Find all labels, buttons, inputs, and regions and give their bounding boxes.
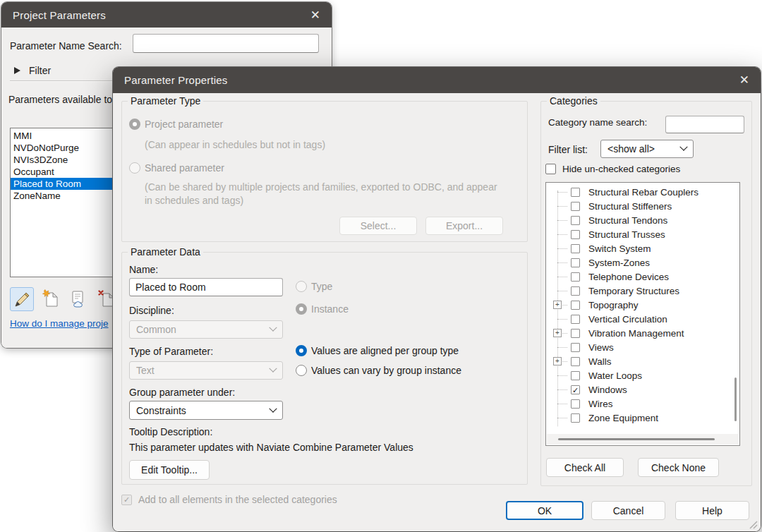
category-tree-item[interactable]: Structural Stiffeners bbox=[548, 199, 730, 213]
category-label: Wires bbox=[588, 399, 613, 409]
parameter-data-legend: Parameter Data bbox=[128, 246, 203, 258]
edit-parameter-button[interactable] bbox=[10, 287, 34, 311]
tree-connector: + bbox=[548, 326, 571, 340]
category-tree-item[interactable]: +Topography bbox=[548, 298, 730, 312]
hide-unchecked-label: Hide un-checked categories bbox=[562, 164, 680, 174]
expand-plus-icon[interactable]: + bbox=[553, 357, 562, 365]
cancel-button[interactable]: Cancel bbox=[591, 501, 665, 520]
category-checkbox[interactable] bbox=[571, 413, 580, 423]
category-checkbox[interactable] bbox=[571, 244, 580, 253]
horizontal-scrollbar[interactable] bbox=[547, 434, 739, 445]
category-checkbox[interactable] bbox=[571, 315, 580, 324]
project-parameters-titlebar[interactable]: Project Parameters ✕ bbox=[1, 2, 332, 28]
filter-expander[interactable]: Filter bbox=[14, 65, 51, 76]
discipline-value: Common bbox=[136, 324, 176, 335]
help-button[interactable]: Help bbox=[675, 501, 749, 520]
category-checkbox[interactable] bbox=[571, 272, 580, 282]
category-tree-item[interactable]: Structural Tendons bbox=[548, 213, 730, 227]
category-checkbox[interactable] bbox=[571, 371, 580, 380]
edit-tooltip-button[interactable]: Edit Tooltip... bbox=[129, 460, 210, 480]
category-tree-item[interactable]: Water Loops bbox=[548, 368, 730, 382]
tree-connector bbox=[548, 270, 571, 284]
categories-legend: Categories bbox=[547, 95, 600, 107]
manage-parameters-help-link[interactable]: How do I manage proje bbox=[10, 318, 109, 329]
category-tree-item[interactable]: Telephone Devices bbox=[548, 270, 730, 284]
check-all-button[interactable]: Check All bbox=[546, 458, 624, 477]
add-to-all-elements-label: Add to all elements in the selected cate… bbox=[138, 494, 337, 505]
category-checkbox[interactable] bbox=[571, 258, 580, 267]
category-label: Vertical Circulation bbox=[588, 314, 667, 325]
category-name-search-label: Category name search: bbox=[548, 117, 647, 128]
parameter-properties-titlebar[interactable]: Parameter Properties ✕ bbox=[113, 67, 761, 93]
filter-list-select[interactable]: <show all> bbox=[600, 140, 694, 158]
category-label: System-Zones bbox=[588, 258, 650, 268]
category-tree-item[interactable]: Vertical Circulation bbox=[548, 312, 730, 326]
expand-plus-icon[interactable]: + bbox=[553, 301, 562, 309]
category-tree-item[interactable]: Structural Rebar Couplers bbox=[548, 185, 730, 199]
new-document-star-icon bbox=[40, 289, 60, 309]
hide-unchecked-checkbox[interactable] bbox=[545, 164, 556, 174]
expand-plus-icon[interactable]: + bbox=[553, 329, 562, 337]
category-checkbox[interactable] bbox=[571, 301, 580, 310]
close-icon[interactable]: ✕ bbox=[310, 9, 320, 21]
project-parameter-radio bbox=[129, 119, 140, 130]
category-checkbox[interactable] bbox=[571, 188, 580, 197]
new-parameter-button[interactable] bbox=[38, 287, 62, 311]
tree-connector bbox=[548, 368, 571, 382]
tree-connector bbox=[548, 227, 571, 241]
category-tree-item[interactable]: ✓Windows bbox=[548, 382, 730, 397]
hide-unchecked-row: Hide un-checked categories bbox=[545, 164, 680, 174]
category-checkbox[interactable] bbox=[571, 329, 580, 338]
category-checkbox[interactable] bbox=[571, 230, 580, 239]
category-tree-item[interactable]: Switch System bbox=[548, 241, 730, 255]
type-radio-label: Type bbox=[311, 281, 332, 292]
tree-connector bbox=[548, 185, 571, 199]
category-checkbox[interactable] bbox=[571, 343, 580, 352]
category-tree-item[interactable]: System-Zones bbox=[548, 255, 730, 270]
discipline-select: Common bbox=[129, 320, 283, 339]
add-to-all-elements-row: ✓ Add to all elements in the selected ca… bbox=[121, 494, 337, 505]
category-tree-item[interactable]: Zone Equipment bbox=[548, 411, 730, 425]
category-label: Temporary Structures bbox=[588, 286, 679, 296]
shared-parameter-radio bbox=[129, 162, 140, 174]
category-tree-item[interactable]: Temporary Structures bbox=[548, 284, 730, 298]
category-label: Vibration Management bbox=[588, 328, 684, 339]
values-vary-radio[interactable] bbox=[296, 365, 307, 376]
category-label: Structural Tendons bbox=[588, 215, 667, 226]
group-parameter-under-select[interactable]: Constraints bbox=[129, 401, 283, 420]
category-tree-item[interactable]: Views bbox=[548, 340, 730, 354]
category-name-search-input[interactable] bbox=[665, 116, 744, 133]
category-tree-item[interactable]: +Walls bbox=[548, 354, 730, 368]
parameters-available-label: Parameters available to bbox=[8, 94, 112, 105]
category-tree-item[interactable]: Wires bbox=[548, 397, 730, 411]
tree-connector bbox=[548, 255, 571, 270]
group-parameter-under-value: Constraints bbox=[136, 405, 186, 416]
category-tree-item[interactable]: Structural Trusses bbox=[548, 227, 730, 241]
type-radio bbox=[296, 281, 307, 292]
tooltip-description-text: This parameter updates with Naviate Comb… bbox=[129, 442, 413, 453]
vertical-scrollbar-thumb[interactable] bbox=[734, 377, 737, 421]
category-tree-item[interactable]: +Vibration Management bbox=[548, 326, 730, 340]
category-checkbox[interactable] bbox=[571, 399, 580, 409]
check-none-button[interactable]: Check None bbox=[638, 458, 719, 477]
category-checkbox[interactable] bbox=[571, 286, 580, 296]
horizontal-scrollbar-thumb[interactable] bbox=[558, 438, 715, 440]
values-aligned-radio[interactable] bbox=[296, 345, 307, 356]
parameter-name-search-input[interactable] bbox=[133, 34, 319, 53]
category-checkbox[interactable]: ✓ bbox=[571, 385, 580, 394]
category-label: Views bbox=[588, 342, 614, 353]
name-input[interactable] bbox=[129, 278, 283, 296]
parameter-type-legend: Parameter Type bbox=[128, 95, 203, 107]
filter-list-value: <show all> bbox=[607, 143, 655, 155]
resize-grip[interactable] bbox=[749, 520, 758, 529]
parameter-properties-dialog: Parameter Properties ✕ Parameter Type Pr… bbox=[113, 67, 761, 531]
category-checkbox[interactable] bbox=[571, 216, 580, 225]
project-parameter-description: (Can appear in schedules but not in tags… bbox=[145, 138, 325, 152]
category-checkbox[interactable] bbox=[571, 202, 580, 211]
values-aligned-radio-label: Values are aligned per group type bbox=[311, 345, 459, 356]
close-icon[interactable]: ✕ bbox=[739, 74, 749, 86]
ok-button[interactable]: OK bbox=[506, 501, 583, 520]
category-checkbox[interactable] bbox=[571, 357, 580, 366]
duplicate-parameter-button[interactable] bbox=[66, 287, 90, 311]
group-parameter-under-label: Group parameter under: bbox=[129, 387, 235, 398]
